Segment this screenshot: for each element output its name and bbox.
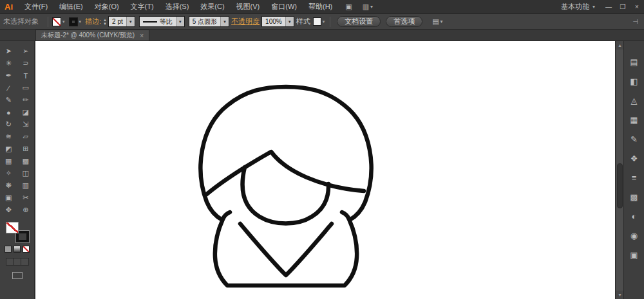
color-guide-panel-icon[interactable]: ◬ — [627, 93, 642, 108]
swatches-panel-icon[interactable]: ▦ — [627, 112, 642, 127]
selection-status: 未选择对象 — [3, 17, 44, 26]
stroke-panel-icon[interactable]: ≡ — [627, 170, 642, 185]
menu-bar: Ai 文件(F)编辑(E)对象(O)文字(T)选择(S)效果(C)视图(V)窗口… — [0, 0, 644, 14]
stroke-weight-stepper[interactable]: ▲ ▼ — [103, 18, 107, 26]
artboard-tool[interactable]: ▣ — [0, 192, 17, 204]
width-profile-value: 等比 — [160, 17, 173, 26]
drawing-mode-buttons — [6, 258, 29, 266]
menubar-items: 文件(F)编辑(E)对象(O)文字(T)选择(S)效果(C)视图(V)窗口(W)… — [19, 0, 338, 14]
chevron-down-icon: ▾ — [176, 17, 184, 26]
document-setup-button[interactable]: 文档设置 — [337, 16, 381, 27]
mesh-tool[interactable]: ▦ — [0, 155, 17, 167]
separator — [330, 17, 330, 27]
type-tool[interactable]: T — [17, 69, 35, 82]
stroke-color-control[interactable]: ▾ — [69, 17, 83, 26]
menu-edit[interactable]: 编辑(E) — [53, 0, 89, 14]
tools-panel: ➤➢✳⊃✒T∕▭✎✏●◪↻⇲≋▱◩⊞▦▩✧◫❋▥▣✂✥⊕ — [0, 41, 35, 299]
scrollbar-thumb[interactable] — [617, 163, 623, 208]
draw-inside-button[interactable] — [21, 258, 28, 265]
app-logo: Ai — [0, 2, 19, 12]
symbol-sprayer-tool[interactable]: ❋ — [0, 179, 17, 192]
zoom-tool[interactable]: ⊕ — [17, 204, 35, 216]
color-panel-icon[interactable]: ◧ — [627, 73, 642, 89]
paintbrush-tool[interactable]: ✎ — [0, 94, 17, 106]
shape-builder-tool[interactable]: ◩ — [0, 143, 17, 155]
rectangle-tool[interactable]: ▭ — [17, 82, 35, 94]
width-profile-combo[interactable]: 等比 ▾ — [139, 16, 185, 27]
document-tab[interactable]: 未标题-2* @ 400% (CMYK/预览) × — [35, 30, 149, 41]
draw-behind-button[interactable] — [14, 258, 21, 265]
workspace-switcher[interactable]: 基本功能 ▾ — [554, 2, 601, 12]
gradient-button[interactable] — [14, 246, 21, 253]
restore-button[interactable]: ❐ — [616, 0, 630, 14]
close-button[interactable]: × — [630, 0, 644, 14]
rotate-tool[interactable]: ↻ — [0, 118, 17, 131]
document-tab-bar: 未标题-2* @ 400% (CMYK/预览) × — [0, 30, 644, 41]
blend-tool[interactable]: ◫ — [17, 167, 35, 179]
chevron-down-icon: ▾ — [440, 19, 443, 24]
blob-brush-tool[interactable]: ● — [0, 106, 17, 118]
none-button[interactable] — [23, 246, 30, 253]
fill-color-swatch[interactable] — [6, 222, 19, 233]
hand-tool[interactable]: ✥ — [0, 204, 17, 216]
brush-definition-combo[interactable]: 5 点圆形 ▾ — [189, 16, 229, 27]
color-mode-buttons — [0, 246, 34, 253]
menu-type[interactable]: 文字(T) — [125, 0, 160, 14]
lasso-tool[interactable]: ⊃ — [17, 57, 35, 69]
pen-tool[interactable]: ✒ — [0, 69, 17, 82]
fill-stroke-indicator[interactable] — [6, 222, 29, 242]
transparency-panel-icon[interactable]: ◐ — [627, 208, 642, 224]
gradient-panel-icon[interactable]: ▩ — [627, 189, 642, 204]
menu-effect[interactable]: 效果(C) — [194, 0, 230, 14]
canvas[interactable] — [35, 41, 615, 299]
preferences-button[interactable]: 首选项 — [386, 16, 422, 27]
document-layout-button[interactable]: ▥ ▾ — [359, 3, 376, 11]
color-button[interactable] — [5, 246, 12, 253]
menu-select[interactable]: 选择(S) — [160, 0, 195, 14]
hair-outline-path[interactable] — [201, 87, 372, 220]
width-tool[interactable]: ≋ — [0, 131, 17, 143]
pencil-tool[interactable]: ✏ — [17, 94, 35, 106]
menu-view[interactable]: 视图(V) — [231, 0, 266, 14]
column-graph-tool[interactable]: ▥ — [17, 179, 35, 192]
menu-window[interactable]: 窗口(W) — [265, 0, 303, 14]
selection-tool[interactable]: ➤ — [0, 45, 17, 57]
menu-file[interactable]: 文件(F) — [19, 0, 53, 14]
fill-color-control[interactable]: ▾ — [52, 17, 66, 26]
magic-wand-tool[interactable]: ✳ — [0, 57, 17, 69]
perspective-grid-tool[interactable]: ⊞ — [17, 143, 35, 155]
vertical-scrollbar[interactable]: ▲ ▼ — [615, 41, 623, 299]
appearance-panel-icon[interactable]: ◉ — [627, 228, 642, 243]
free-transform-tool[interactable]: ▱ — [17, 131, 35, 143]
arrange-documents-button[interactable]: ▣ — [342, 3, 355, 11]
collapse-control-panel-icon[interactable]: ⊣ — [627, 18, 644, 25]
brushes-panel-icon[interactable]: ✎ — [627, 131, 642, 147]
scale-tool[interactable]: ⇲ — [17, 118, 35, 131]
menu-object[interactable]: 对象(O) — [89, 0, 125, 14]
stroke-panel-link[interactable]: 描边: — [85, 17, 101, 26]
minimize-button[interactable]: — — [601, 0, 616, 14]
layers-panel-icon[interactable]: ▣ — [627, 247, 642, 262]
slice-tool[interactable]: ✂ — [17, 192, 35, 204]
eraser-tool[interactable]: ◪ — [17, 106, 35, 118]
style-swatch[interactable] — [313, 17, 321, 26]
opacity-combo[interactable]: 100% ▾ — [261, 16, 294, 27]
line-segment-tool[interactable]: ∕ — [0, 82, 17, 94]
tab-close-icon[interactable]: × — [140, 32, 144, 39]
fringe-path[interactable] — [207, 152, 364, 194]
chevron-down-icon: ▾ — [220, 17, 229, 26]
stroke-weight-combo[interactable]: 2 pt ▾ — [108, 16, 135, 27]
eyedropper-tool[interactable]: ✧ — [0, 167, 17, 179]
control-panel-menu-button[interactable]: ▤ ▾ — [429, 17, 446, 26]
direct-selection-tool[interactable]: ➢ — [17, 45, 35, 57]
opacity-panel-link[interactable]: 不透明度 — [231, 17, 260, 26]
gradient-tool[interactable]: ▩ — [17, 155, 35, 167]
step-down-icon: ▼ — [103, 22, 107, 26]
collar-path[interactable] — [240, 224, 332, 275]
symbols-panel-icon[interactable]: ❖ — [627, 150, 642, 166]
draw-normal-button[interactable] — [6, 258, 14, 265]
menu-help[interactable]: 帮助(H) — [303, 0, 338, 14]
screen-mode-button[interactable] — [12, 272, 23, 279]
face-path[interactable] — [243, 167, 329, 224]
info-panel-icon[interactable]: ▤ — [627, 54, 642, 69]
